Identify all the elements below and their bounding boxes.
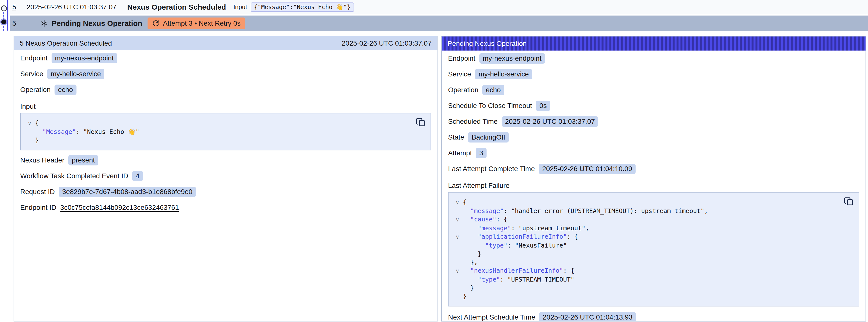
event-timeline-rail <box>0 0 10 33</box>
field-value-badge: my-hello-service <box>47 69 104 79</box>
pending-panel-header: Pending Nexus Operation <box>442 36 866 51</box>
pending-fields: Endpoint my-nexus-endpoint Service my-he… <box>442 51 866 177</box>
field-label: Endpoint <box>20 54 48 62</box>
endpoint-id-field: Endpoint ID 3c0c75ccfa8144b092c13ce63246… <box>14 200 437 216</box>
json-line: } <box>463 250 482 258</box>
event-title: Nexus Operation Scheduled <box>127 3 226 11</box>
pending-asterisk-icon <box>40 19 49 28</box>
panel-title: Pending Nexus Operation <box>447 40 527 47</box>
endpoint-id-link[interactable]: 3c0c75ccfa8144b092c13ce632463761 <box>60 204 179 212</box>
timeline-event-marker-open[interactable] <box>1 5 7 11</box>
json-line: "nexusHandlerFailureInfo": { <box>463 266 575 275</box>
event-input-label: Input <box>234 3 247 10</box>
field-value-badge: 4 <box>132 171 143 181</box>
field-label: Operation <box>20 86 51 94</box>
timeline-active-bar <box>7 0 8 31</box>
collapse-chevron-icon[interactable]: ∨ <box>452 266 463 276</box>
detail-field: Request ID 3e829b7e-7d67-4b08-aad3-b1e86… <box>14 184 437 200</box>
detail-field: Schedule To Close Timeout 0s <box>442 98 866 114</box>
pending-fields-secondary: Next Attempt Schedule Time 2025-02-26 UT… <box>442 310 866 322</box>
field-value-badge: 2025-02-26 UTC 01:04:13.93 <box>539 312 636 322</box>
collapse-chevron-icon[interactable]: ∨ <box>452 232 463 242</box>
field-label: Service <box>448 70 471 78</box>
json-line: "applicationFailureInfo": { <box>463 232 578 241</box>
detail-field: State BackingOff <box>442 129 866 145</box>
json-line: "type": "NexusFailure" <box>463 242 567 250</box>
detail-field: Last Attempt Complete Time 2025-02-26 UT… <box>442 161 866 177</box>
attempt-retry-badge: Attempt 3 • Next Retry 0s <box>148 18 245 29</box>
event-id-link[interactable]: 5 <box>12 3 16 11</box>
event-input-chip[interactable]: {"Message":"Nexus Echo 👋"} <box>251 2 354 12</box>
pending-operation-panel: Pending Nexus Operation Endpoint my-nexu… <box>441 36 866 322</box>
field-value-badge: 3e829b7e-7d67-4b08-aad3-b1e868bfe9e0 <box>59 187 196 197</box>
json-line: { <box>463 198 467 206</box>
field-label: Service <box>20 70 43 78</box>
detail-field: Endpoint my-nexus-endpoint <box>14 50 437 66</box>
event-row-scheduled[interactable]: 5 2025-02-26 UTC 01:03:37.07 Nexus Opera… <box>10 0 868 14</box>
detail-field: Operation echo <box>442 82 866 98</box>
json-line: "cause": { <box>463 215 507 224</box>
json-line: }, <box>463 258 478 266</box>
panel-title: 5 Nexus Operation Scheduled <box>20 39 112 47</box>
collapse-chevron-icon[interactable]: ∨ <box>24 119 35 128</box>
field-value-badge: 2025-02-26 UTC 01:03:37.07 <box>502 117 598 127</box>
event-id-link[interactable]: 5 <box>12 20 16 27</box>
copy-button[interactable] <box>416 117 426 127</box>
field-value-badge: my-nexus-endpoint <box>479 53 545 64</box>
pending-event-title: Pending Nexus Operation <box>52 19 142 28</box>
json-line: { <box>35 119 39 127</box>
detail-field: Attempt 3 <box>442 145 866 161</box>
field-value-badge: BackingOff <box>468 132 508 142</box>
scheduled-fields-secondary: Nexus Header present Workflow Task Compl… <box>14 152 437 200</box>
field-label: Scheduled Time <box>448 118 498 126</box>
collapse-chevron-icon[interactable]: ∨ <box>452 215 463 224</box>
json-line: "type": "UPSTREAM_TIMEOUT" <box>463 276 575 284</box>
detail-field: Scheduled Time 2025-02-26 UTC 01:03:37.0… <box>442 114 866 129</box>
scheduled-event-panel: 5 Nexus Operation Scheduled 2025-02-26 U… <box>13 36 438 322</box>
json-line: "message": "handler error (UPSTREAM_TIME… <box>463 207 708 215</box>
field-label: Schedule To Close Timeout <box>448 102 532 110</box>
copy-icon <box>416 117 426 127</box>
collapse-chevron-icon[interactable]: ∨ <box>452 198 463 207</box>
copy-button[interactable] <box>844 196 854 206</box>
detail-field: Nexus Header present <box>14 152 437 168</box>
field-label: Last Attempt Complete Time <box>448 165 535 173</box>
detail-field: Service my-hello-service <box>442 66 866 82</box>
json-line: "Message": "Nexus Echo 👋" <box>35 128 140 136</box>
json-line: } <box>463 284 474 292</box>
json-line: "message": "upstream timeout", <box>463 224 589 232</box>
scheduled-panel-header: 5 Nexus Operation Scheduled 2025-02-26 U… <box>14 36 437 50</box>
event-row-pending[interactable]: 5 Pending Nexus Operation Attempt 3 • Ne… <box>10 15 868 31</box>
field-value-badge: echo <box>55 85 76 95</box>
field-label: Attempt <box>448 149 472 157</box>
field-label: State <box>448 133 464 141</box>
detail-field: Operation echo <box>14 82 437 98</box>
failure-json-viewer: ∨{ "message": "handler error (UPSTREAM_T… <box>448 192 859 307</box>
field-label: Nexus Header <box>20 156 64 164</box>
event-timestamp: 2025-02-26 UTC 01:03:37.07 <box>27 3 117 11</box>
attempt-retry-text: Attempt 3 • Next Retry 0s <box>163 20 241 27</box>
field-label: Operation <box>448 86 478 94</box>
field-label: Request ID <box>20 188 55 196</box>
detail-field: Service my-hello-service <box>14 66 437 82</box>
failure-section-label: Last Attempt Failure <box>442 177 866 191</box>
json-line: } <box>463 292 467 300</box>
timeline-event-marker-selected[interactable] <box>1 20 6 24</box>
field-value-badge: echo <box>483 85 504 95</box>
event-history-rows: 5 2025-02-26 UTC 01:03:37.07 Nexus Opera… <box>10 0 868 31</box>
input-section-label: Input <box>14 98 437 112</box>
field-label: Endpoint <box>448 55 475 62</box>
field-label: Endpoint ID <box>20 204 56 212</box>
copy-icon <box>844 196 854 206</box>
detail-field: Next Attempt Schedule Time 2025-02-26 UT… <box>442 310 866 322</box>
event-detail-panels: 5 Nexus Operation Scheduled 2025-02-26 U… <box>13 36 866 322</box>
field-value-badge: 3 <box>476 148 487 158</box>
field-label: Next Attempt Schedule Time <box>448 313 535 321</box>
panel-timestamp: 2025-02-26 UTC 01:03:37.07 <box>342 39 432 47</box>
field-value-badge: my-nexus-endpoint <box>52 53 117 63</box>
field-label: Workflow Task Completed Event ID <box>20 172 128 180</box>
retry-arrow-icon <box>152 20 159 27</box>
detail-field: Endpoint my-nexus-endpoint <box>442 51 866 66</box>
field-value-badge: 0s <box>536 101 550 111</box>
json-line: } <box>35 136 39 144</box>
